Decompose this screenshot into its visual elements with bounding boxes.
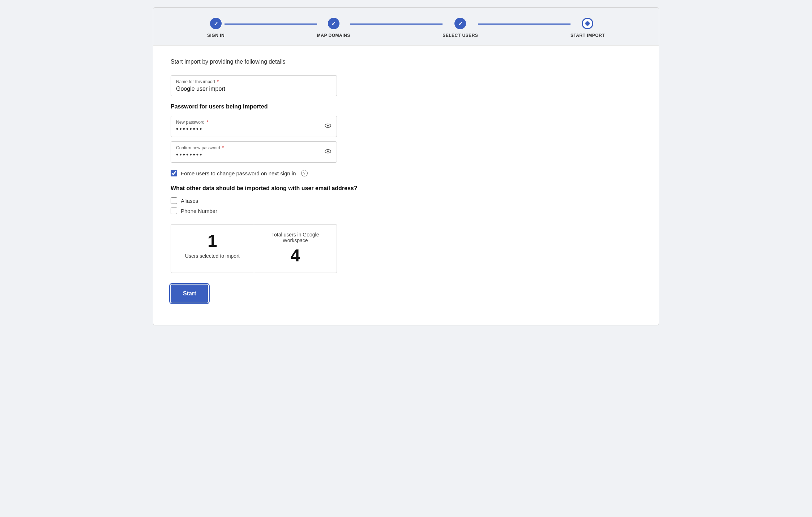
checkmark-icon: ✓: [214, 20, 218, 27]
step-circle-sign-in: ✓: [210, 18, 222, 29]
step-circle-map-domains: ✓: [328, 18, 339, 29]
step-circle-start-import: [582, 18, 593, 29]
checkmark-icon-3: ✓: [458, 20, 463, 27]
additional-data-title: What other data should be imported along…: [171, 185, 641, 192]
total-users-count: 4: [263, 246, 328, 265]
required-star-confirm: *: [221, 145, 224, 150]
users-selected-count: 1: [180, 232, 245, 251]
required-star-pw: *: [205, 120, 208, 125]
import-name-value: Google user import: [176, 86, 225, 92]
users-selected-box: 1 Users selected to import: [171, 225, 254, 273]
import-name-group: Name for this import * Google user impor…: [171, 75, 641, 96]
checkmark-icon-2: ✓: [331, 20, 336, 27]
toggle-new-password-icon[interactable]: [324, 121, 332, 131]
force-password-checkbox[interactable]: [171, 170, 177, 176]
total-users-box: Total users in Google Workspace 4: [254, 225, 337, 273]
phone-label: Phone Number: [181, 208, 217, 214]
new-password-input[interactable]: New password * ••••••••: [171, 116, 337, 137]
connector-1: [225, 24, 317, 25]
required-star-name: *: [216, 79, 219, 84]
confirm-password-label: Confirm new password *: [176, 145, 321, 150]
page-wrapper: ✓ SIGN IN ✓ MAP DOMAINS ✓ SELECT USERS: [153, 7, 659, 325]
main-content: Start import by providing the following …: [153, 46, 659, 316]
confirm-password-input[interactable]: Confirm new password * ••••••••: [171, 141, 337, 163]
step-label-start-import: START IMPORT: [570, 33, 605, 38]
step-label-select-users: SELECT USERS: [443, 33, 478, 38]
step-sign-in: ✓ SIGN IN: [207, 18, 225, 38]
svg-point-3: [327, 150, 329, 152]
phone-checkbox[interactable]: [171, 208, 177, 214]
new-password-label: New password *: [176, 120, 321, 125]
connector-2: [350, 24, 443, 25]
page-description: Start import by providing the following …: [171, 59, 641, 65]
password-section: Password for users being imported New pa…: [171, 103, 641, 163]
start-button[interactable]: Start: [171, 285, 208, 303]
step-map-domains: ✓ MAP DOMAINS: [317, 18, 350, 38]
password-section-title: Password for users being imported: [171, 103, 641, 110]
active-dot: [585, 21, 590, 26]
confirm-password-dots: ••••••••: [176, 151, 203, 158]
total-users-label: Total users in Google Workspace: [263, 232, 328, 243]
help-icon[interactable]: ?: [301, 170, 308, 176]
aliases-row: Aliases: [171, 197, 641, 204]
stepper-inner: ✓ SIGN IN ✓ MAP DOMAINS ✓ SELECT USERS: [207, 18, 605, 38]
step-label-map-domains: MAP DOMAINS: [317, 33, 350, 38]
force-password-row: Force users to change password on next s…: [171, 170, 641, 176]
new-password-dots: ••••••••: [176, 125, 203, 133]
stepper: ✓ SIGN IN ✓ MAP DOMAINS ✓ SELECT USERS: [153, 8, 659, 46]
users-selected-label: Users selected to import: [180, 253, 245, 259]
import-name-input[interactable]: Name for this import * Google user impor…: [171, 75, 337, 96]
step-select-users: ✓ SELECT USERS: [443, 18, 478, 38]
connector-3: [478, 24, 570, 25]
additional-data-section: What other data should be imported along…: [171, 185, 641, 214]
step-label-sign-in: SIGN IN: [207, 33, 225, 38]
toggle-confirm-password-icon[interactable]: [324, 147, 332, 157]
svg-point-1: [327, 125, 329, 127]
step-start-import: START IMPORT: [570, 18, 605, 38]
aliases-label: Aliases: [181, 198, 198, 204]
import-name-label: Name for this import *: [176, 79, 332, 84]
new-password-wrapper: New password * ••••••••: [171, 116, 337, 137]
phone-row: Phone Number: [171, 208, 641, 214]
aliases-checkbox[interactable]: [171, 197, 177, 204]
confirm-password-wrapper: Confirm new password * ••••••••: [171, 141, 337, 163]
stats-row: 1 Users selected to import Total users i…: [171, 224, 337, 273]
step-circle-select-users: ✓: [454, 18, 466, 29]
force-password-label: Force users to change password on next s…: [181, 170, 296, 176]
